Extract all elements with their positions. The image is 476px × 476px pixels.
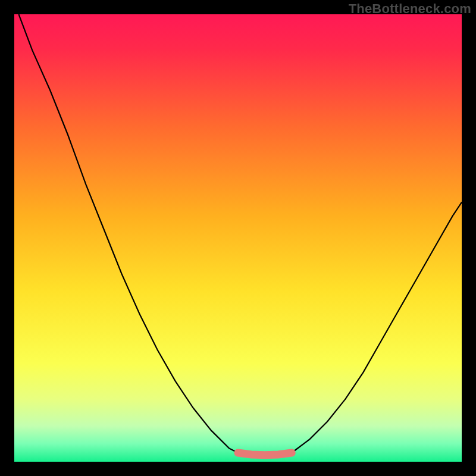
- gradient-background: [14, 14, 462, 462]
- chart-area: [14, 14, 462, 462]
- curve-flat-min: [238, 453, 292, 455]
- bottleneck-chart: [14, 14, 462, 462]
- outer-frame: TheBottleneck.com: [0, 0, 476, 476]
